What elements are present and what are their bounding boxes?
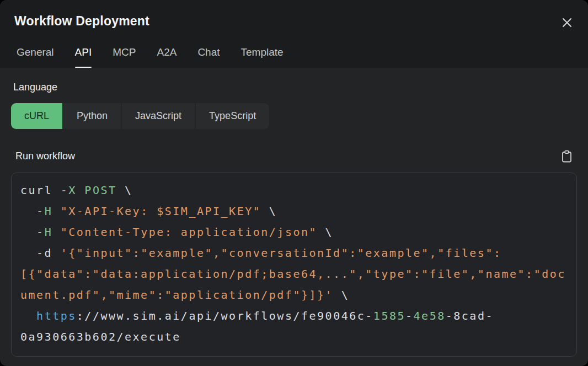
language-option-python[interactable]: Python: [63, 103, 121, 129]
code-header: Run workflow: [11, 149, 577, 163]
language-option-javascript[interactable]: JavaScript: [122, 103, 195, 129]
language-label: Language: [13, 82, 577, 93]
clipboard-icon: [561, 150, 573, 163]
title-row: Workflow Deployment: [0, 0, 588, 30]
code-line: -H "X-API-Key: $SIM_API_KEY" \: [20, 201, 568, 222]
code-line: -H "Content-Type: application/json" \: [20, 222, 568, 243]
code-line: -d '{"input":"example","conversationId":…: [20, 243, 568, 263]
tab-mcp[interactable]: MCP: [113, 46, 136, 68]
modal-body: Language cURL Python JavaScript TypeScri…: [0, 68, 588, 357]
tab-api[interactable]: API: [75, 46, 92, 68]
copy-button[interactable]: [559, 149, 574, 163]
tab-chat[interactable]: Chat: [197, 46, 220, 68]
code-line: [{"data":"data:application/pdf;base64,..…: [20, 263, 568, 284]
language-option-curl[interactable]: cURL: [11, 103, 62, 129]
code-line: curl -X POST \: [20, 180, 568, 201]
close-icon: [562, 17, 573, 28]
language-option-typescript[interactable]: TypeScript: [196, 103, 269, 129]
modal-header: Workflow Deployment General API MCP A2A …: [0, 0, 588, 68]
language-selector: cURL Python JavaScript TypeScript: [11, 103, 269, 129]
tab-a2a[interactable]: A2A: [157, 46, 177, 68]
code-block[interactable]: curl -X POST \ -H "X-API-Key: $SIM_API_K…: [11, 173, 577, 357]
code-line: ument.pdf","mime":"application/pdf"}]}' …: [20, 284, 568, 305]
tab-bar: General API MCP A2A Chat Template: [17, 46, 588, 68]
tab-general[interactable]: General: [17, 46, 54, 68]
code-line: 0a930663b602/execute: [20, 326, 568, 347]
page-title: Workflow Deployment: [14, 14, 149, 29]
close-button[interactable]: [559, 15, 575, 30]
tab-template[interactable]: Template: [241, 46, 284, 68]
code-line: https://www.sim.ai/api/workflows/fe90046…: [20, 305, 568, 326]
run-workflow-label: Run workflow: [15, 150, 75, 162]
workflow-deployment-modal: Workflow Deployment General API MCP A2A …: [0, 0, 588, 366]
